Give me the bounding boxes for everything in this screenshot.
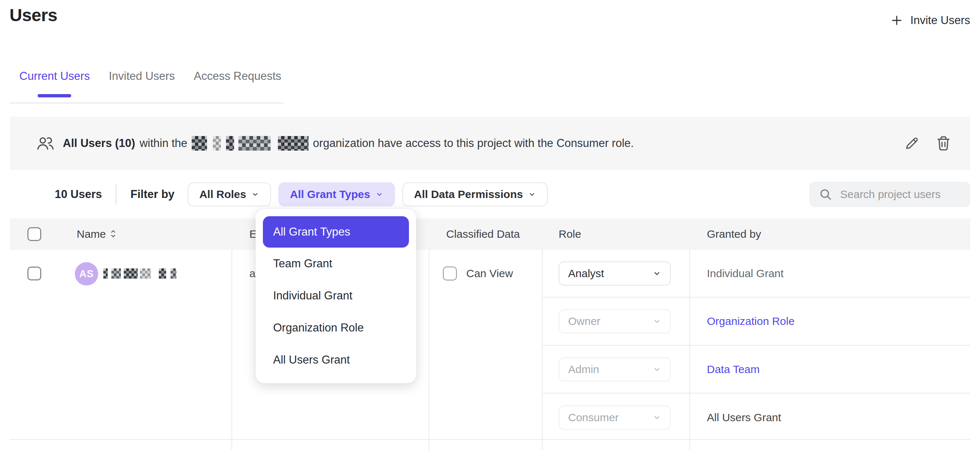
granted-by-value: All Users Grant xyxy=(707,406,781,429)
role-select-analyst[interactable]: Analyst xyxy=(558,261,671,285)
delete-button[interactable] xyxy=(936,135,951,152)
chevron-down-icon xyxy=(251,190,259,198)
banner-mid: within the xyxy=(140,137,187,150)
user-count: 10 Users xyxy=(55,188,102,201)
column-divider xyxy=(689,250,690,450)
column-header-role: Role xyxy=(558,219,581,250)
column-header-name[interactable]: Name xyxy=(77,219,117,250)
grant-types-dropdown: All Grant Types Team Grant Individual Gr… xyxy=(256,209,416,383)
role-select-consumer[interactable]: Consumer xyxy=(558,406,671,429)
table-header: Name Email Classified Data Role Granted … xyxy=(10,219,970,250)
edit-button[interactable] xyxy=(904,135,920,151)
role-select-value: Consumer xyxy=(568,411,619,424)
select-all-checkbox[interactable] xyxy=(27,227,41,241)
chevron-down-icon xyxy=(652,365,661,374)
row-divider xyxy=(10,439,970,440)
row-divider xyxy=(542,393,970,393)
chevron-down-icon xyxy=(652,269,661,278)
all-users-banner: All Users (10) within the organization h… xyxy=(10,117,970,170)
dropdown-option-individual-grant[interactable]: Individual Grant xyxy=(263,280,409,312)
chevron-down-icon xyxy=(652,413,661,422)
chevron-down-icon xyxy=(528,190,536,198)
banner-after: organization have access to this project… xyxy=(313,137,634,150)
role-select-value: Admin xyxy=(568,363,599,376)
filter-all-roles[interactable]: All Roles xyxy=(188,182,271,206)
trash-icon xyxy=(936,135,951,152)
column-divider xyxy=(542,250,542,450)
can-view-checkbox[interactable] xyxy=(443,266,457,280)
dropdown-option-organization-role[interactable]: Organization Role xyxy=(263,312,409,344)
banner-text: All Users (10) within the organization h… xyxy=(63,136,634,151)
redacted-org-name xyxy=(192,136,309,151)
granted-by-link[interactable]: Organization Role xyxy=(707,309,794,333)
users-page: Users Invite Users Current Users Invited… xyxy=(0,0,980,450)
banner-bold: All Users (10) xyxy=(63,137,135,150)
search-icon xyxy=(819,188,832,201)
tab-current-users[interactable]: Current Users xyxy=(19,65,90,103)
dropdown-option-all-grant-types[interactable]: All Grant Types xyxy=(263,216,409,247)
role-select-admin[interactable]: Admin xyxy=(558,357,671,382)
tab-bar: Current Users Invited Users Access Reque… xyxy=(10,65,283,103)
search-input[interactable] xyxy=(840,188,980,201)
row-divider xyxy=(542,345,970,346)
role-select-owner[interactable]: Owner xyxy=(558,309,671,333)
avatar: AS xyxy=(75,262,98,285)
dropdown-option-all-users-grant[interactable]: All Users Grant xyxy=(263,344,409,376)
column-header-classified-data: Classified Data xyxy=(446,219,520,250)
row-email: a xyxy=(250,250,256,297)
filter-bar: 10 Users Filter by All Roles All Grant T… xyxy=(10,170,970,219)
filter-all-data-permissions-label: All Data Permissions xyxy=(414,188,523,201)
invite-users-label: Invite Users xyxy=(910,14,970,27)
chevron-down-icon xyxy=(375,190,383,198)
chevron-down-icon xyxy=(652,317,661,326)
granted-by-value: Individual Grant xyxy=(707,261,784,285)
filter-all-data-permissions[interactable]: All Data Permissions xyxy=(402,182,548,206)
redacted-user-name xyxy=(103,268,177,279)
table-body: AS a Can View Analyst Individual Grant O… xyxy=(10,250,970,450)
sort-icon[interactable] xyxy=(110,228,117,239)
filter-all-roles-label: All Roles xyxy=(199,188,246,201)
tab-invited-users[interactable]: Invited Users xyxy=(109,65,175,103)
column-divider xyxy=(231,250,232,450)
dropdown-option-team-grant[interactable]: Team Grant xyxy=(263,247,409,280)
classified-data-cell: Can View xyxy=(443,266,513,280)
banner-actions xyxy=(904,135,951,152)
role-select-value: Analyst xyxy=(568,267,604,280)
role-select-value: Owner xyxy=(568,315,600,328)
column-name-label: Name xyxy=(77,228,106,240)
row-checkbox[interactable] xyxy=(27,266,41,280)
can-view-label: Can View xyxy=(466,267,513,280)
users-group-icon xyxy=(37,136,54,151)
filter-by-label: Filter by xyxy=(130,188,175,201)
pencil-icon xyxy=(904,135,920,151)
page-title: Users xyxy=(10,5,57,25)
plus-icon xyxy=(891,14,903,27)
tab-access-requests[interactable]: Access Requests xyxy=(194,65,282,103)
row-divider xyxy=(542,297,970,298)
granted-by-link[interactable]: Data Team xyxy=(707,357,760,382)
column-header-granted-by: Granted by xyxy=(707,219,761,250)
vertical-divider xyxy=(116,184,116,204)
filter-all-grant-types[interactable]: All Grant Types xyxy=(278,182,395,206)
search-box xyxy=(810,182,970,207)
invite-users-button[interactable]: Invite Users xyxy=(891,10,970,32)
column-divider xyxy=(429,250,430,450)
filter-all-grant-types-label: All Grant Types xyxy=(290,188,370,201)
